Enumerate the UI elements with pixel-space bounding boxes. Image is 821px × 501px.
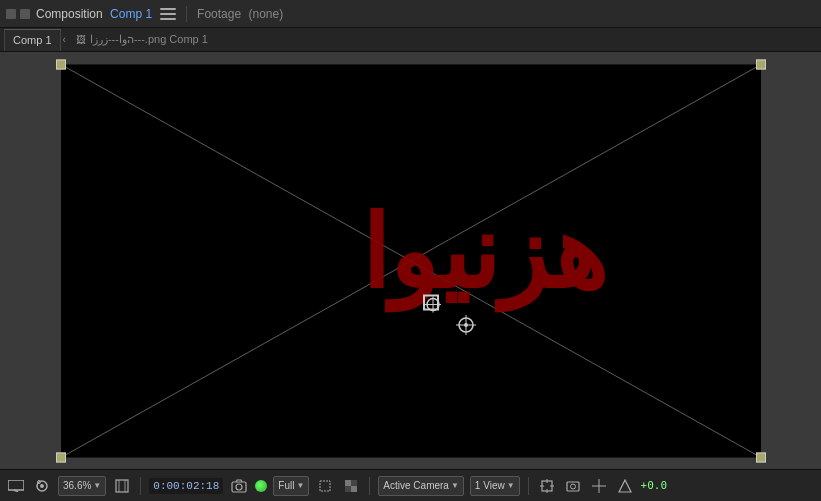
svg-rect-20 [345,480,351,486]
tab-bar: Comp 1 ‹ 🖼 הوا---زرزا---.png Comp 1 [0,28,821,52]
svg-rect-29 [567,482,579,491]
timecode[interactable]: 0:00:02:18 [149,478,223,494]
quality-label: Full [278,480,294,491]
zoom-fit-icon[interactable] [112,476,132,496]
zoom-button[interactable]: 36.6% ▼ [58,476,106,496]
comp-name: Comp 1 [110,7,152,21]
pin-icon[interactable] [20,9,30,19]
menu-button[interactable] [160,8,176,20]
composition-label: Composition Comp 1 [36,7,152,21]
render-region-icon[interactable] [537,476,557,496]
zoom-level: 36.6% [63,480,91,491]
sep1 [140,477,141,495]
corner-tl[interactable] [56,59,66,69]
wireframe-icon[interactable] [615,476,635,496]
svg-point-12 [40,484,44,488]
camera-snap-icon[interactable] [229,476,249,496]
view-select-button[interactable]: 1 View ▼ [470,476,520,496]
transform-center[interactable] [456,315,476,338]
svg-rect-14 [116,480,128,492]
offset-value: +0.0 [641,479,668,492]
view-label: 1 View [475,480,505,491]
tab-footage-icon: 🖼 [76,34,86,45]
tab-footage-label: הوا---زرزا---.png Comp 1 [90,33,208,46]
tab-comp1-label: Comp 1 [13,34,52,46]
svg-point-30 [570,484,575,489]
svg-rect-21 [351,480,357,486]
region-of-interest-icon[interactable] [315,476,335,496]
canvas-area: هزنیوا [0,52,821,469]
svg-marker-33 [619,480,631,492]
sep3 [528,477,529,495]
composition-canvas: هزنیوا [61,64,761,457]
monitor-icon[interactable] [6,476,26,496]
active-camera-label: Active Camera [383,480,449,491]
divider [186,6,187,22]
corner-tr[interactable] [756,59,766,69]
tab-scroll-left[interactable]: ‹ [63,34,66,45]
overlay-text: هزنیوا [361,204,607,304]
sep2 [369,477,370,495]
active-camera-button[interactable]: Active Camera ▼ [378,476,464,496]
svg-rect-19 [320,481,330,491]
camera-preview-icon[interactable] [32,476,52,496]
grid-icon[interactable] [589,476,609,496]
corner-br[interactable] [756,452,766,462]
svg-point-18 [236,484,242,490]
quality-button[interactable]: Full ▼ [273,476,309,496]
tab-comp1[interactable]: Comp 1 [4,29,61,51]
footage-label: Footage (none) [197,7,283,21]
window-controls [6,9,30,19]
top-bar: Composition Comp 1 Footage (none) [0,0,821,28]
svg-rect-9 [8,480,24,490]
svg-rect-23 [351,486,357,492]
bottom-toolbar: 36.6% ▼ 0:00:02:18 Full ▼ [0,469,821,501]
snapshot-icon[interactable] [563,476,583,496]
color-space-indicator[interactable] [255,480,267,492]
corner-bl[interactable] [56,452,66,462]
close-icon[interactable] [6,9,16,19]
tab-footage[interactable]: 🖼 הوا---زرزا---.png Comp 1 [68,29,216,51]
svg-rect-22 [345,486,351,492]
transparency-icon[interactable] [341,476,361,496]
anchor-point[interactable] [423,294,439,310]
